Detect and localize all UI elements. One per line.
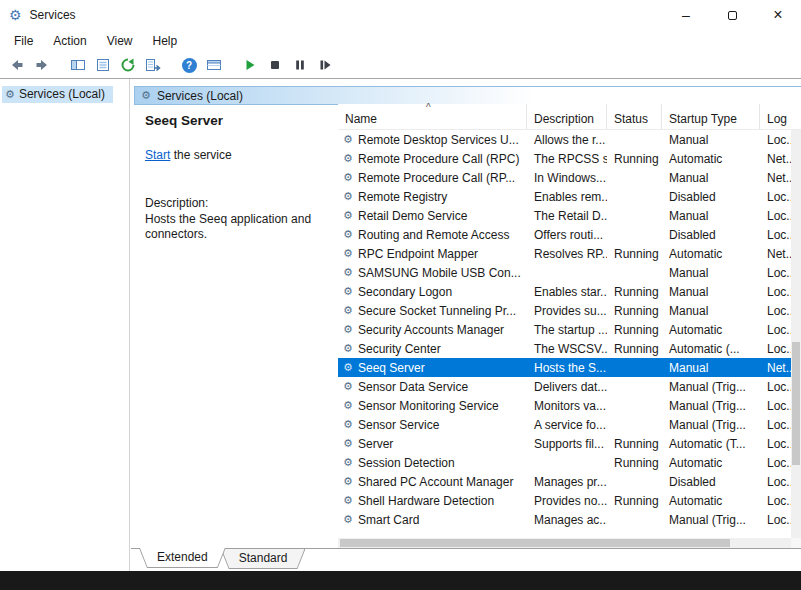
column-header-startup-type[interactable]: Startup Type [662, 104, 760, 129]
restart-service-button[interactable] [314, 54, 336, 76]
horizontal-scrollbar-thumb[interactable] [340, 539, 730, 547]
close-button[interactable]: × [755, 0, 801, 30]
export-list-button[interactable] [142, 54, 164, 76]
service-startup-type: Manual [662, 361, 760, 375]
table-row[interactable]: ⚙Secure Socket Tunneling Pr... Provides … [338, 301, 791, 320]
console-tree-pane: ⚙ Services (Local) [0, 79, 130, 571]
table-row[interactable]: ⚙Remote Desktop Services U... Allows the… [338, 130, 791, 149]
column-header-log-on-as[interactable]: Log [760, 104, 801, 129]
menu-action[interactable]: Action [43, 30, 96, 52]
service-name: Remote Procedure Call (RPC) [358, 152, 519, 166]
stop-service-button[interactable] [264, 54, 286, 76]
extended-view-button[interactable] [203, 54, 225, 76]
table-row[interactable]: ⚙Retail Demo Service The Retail D... Man… [338, 206, 791, 225]
menu-view[interactable]: View [97, 30, 143, 52]
back-button[interactable] [6, 54, 28, 76]
table-row[interactable]: ⚙Shared PC Account Manager Manages pr...… [338, 472, 791, 491]
table-row[interactable]: ⚙Remote Procedure Call (RPC) The RPCSS s… [338, 149, 791, 168]
service-startup-type: Manual (Trig... [662, 380, 760, 394]
refresh-icon [120, 57, 136, 73]
table-row[interactable]: ⚙Session Detection Running Automatic Loc… [338, 453, 791, 472]
pause-service-icon [292, 57, 308, 73]
help-button[interactable]: ? [178, 54, 200, 76]
service-name-cell: ⚙Sensor Service [338, 418, 527, 432]
table-row[interactable]: ⚙Server Supports fil... Running Automati… [338, 434, 791, 453]
table-row[interactable]: ⚙Routing and Remote Access Offers routi.… [338, 225, 791, 244]
main-pane: ⚙ Services (Local) Seeq Server Start the… [131, 79, 801, 548]
table-row[interactable]: ⚙Secondary Logon Enables star... Running… [338, 282, 791, 301]
maximize-button[interactable] [709, 0, 755, 30]
table-row[interactable]: ⚙Security Accounts Manager The startup .… [338, 320, 791, 339]
start-service-button[interactable] [239, 54, 261, 76]
table-row-selected[interactable]: ⚙Seeq Server Hosts the S... Manual Net..… [338, 358, 791, 377]
minimize-button[interactable]: – [663, 0, 709, 30]
service-startup-type: Automatic [662, 456, 760, 470]
start-service-link[interactable]: Start [145, 148, 170, 162]
service-name: Security Center [358, 342, 441, 356]
table-row[interactable]: ⚙Sensor Monitoring Service Monitors va..… [338, 396, 791, 415]
vertical-scrollbar-thumb[interactable] [792, 342, 800, 464]
service-name-cell: ⚙Sensor Data Service [338, 380, 527, 394]
service-log-on-as: Loc... [760, 456, 791, 470]
table-row[interactable]: ⚙Remote Registry Enables rem... Disabled… [338, 187, 791, 206]
service-name-cell: ⚙Shell Hardware Detection [338, 494, 527, 508]
menu-help[interactable]: Help [143, 30, 188, 52]
services-window: ⚙ Services – × File Action View Help [0, 0, 801, 571]
service-name-cell: ⚙Remote Desktop Services U... [338, 133, 527, 147]
service-startup-type: Automatic [662, 323, 760, 337]
table-row[interactable]: ⚙Remote Procedure Call (RP... In Windows… [338, 168, 791, 187]
tab-standard[interactable]: Standard [221, 549, 306, 569]
refresh-button[interactable] [117, 54, 139, 76]
scrollbar-corner [791, 538, 801, 548]
table-row[interactable]: ⚙Shell Hardware Detection Provides no...… [338, 491, 791, 510]
service-log-on-as: Loc... [760, 266, 791, 280]
service-status: Running [607, 456, 662, 470]
service-name-cell: ⚙Security Accounts Manager [338, 323, 527, 337]
services-local-header: ⚙ Services (Local) [134, 86, 801, 105]
table-row[interactable]: ⚙Smart Card Manages ac... Manual (Trig..… [338, 510, 791, 529]
properties-icon [95, 57, 111, 73]
service-gear-icon: ⚙ [341, 361, 355, 374]
show-hide-console-tree-button[interactable] [67, 54, 89, 76]
service-name: Secondary Logon [358, 285, 452, 299]
service-startup-type: Manual [662, 133, 760, 147]
horizontal-scrollbar[interactable] [338, 538, 791, 548]
properties-button[interactable] [92, 54, 114, 76]
tree-item-services-local[interactable]: ⚙ Services (Local) [2, 86, 113, 103]
table-row[interactable]: ⚙Sensor Data Service Delivers dat... Man… [338, 377, 791, 396]
list-rows: ⚙Remote Desktop Services U... Allows the… [338, 130, 791, 538]
service-status: Running [607, 285, 662, 299]
service-startup-type: Automatic [662, 152, 760, 166]
service-name-cell: ⚙Session Detection [338, 456, 527, 470]
pause-service-button[interactable] [289, 54, 311, 76]
window-title: Services [30, 8, 76, 22]
service-log-on-as: Loc... [760, 190, 791, 204]
service-name: Shell Hardware Detection [358, 494, 494, 508]
column-header-name[interactable]: Name [338, 104, 527, 129]
service-log-on-as: Loc... [760, 323, 791, 337]
tab-extended[interactable]: Extended [139, 548, 226, 568]
service-gear-icon: ⚙ [341, 456, 355, 469]
start-service-icon [242, 57, 258, 73]
table-row[interactable]: ⚙RPC Endpoint Mapper Resolves RP... Runn… [338, 244, 791, 263]
table-row[interactable]: ⚙SAMSUNG Mobile USB Con... Manual Loc... [338, 263, 791, 282]
service-gear-icon: ⚙ [341, 266, 355, 279]
service-name-cell: ⚙SAMSUNG Mobile USB Con... [338, 266, 527, 280]
menu-file[interactable]: File [4, 30, 43, 52]
column-header-status[interactable]: Status [607, 104, 662, 129]
service-name: Smart Card [358, 513, 419, 527]
forward-button[interactable] [31, 54, 53, 76]
service-action-line: Start the service [145, 148, 232, 162]
service-name: Remote Desktop Services U... [358, 133, 519, 147]
description-text: Hosts the Seeq application and connector… [145, 212, 313, 242]
service-startup-type: Disabled [662, 475, 760, 489]
service-log-on-as: Loc... [760, 380, 791, 394]
service-gear-icon: ⚙ [341, 209, 355, 222]
vertical-scrollbar[interactable] [791, 130, 801, 538]
service-gear-icon: ⚙ [341, 418, 355, 431]
column-header-description[interactable]: Description [527, 104, 607, 129]
table-row[interactable]: ⚙Sensor Service A service fo... Manual (… [338, 415, 791, 434]
service-gear-icon: ⚙ [341, 380, 355, 393]
table-row[interactable]: ⚙Security Center The WSCSV... Running Au… [338, 339, 791, 358]
sort-ascending-indicator: ^ [426, 102, 431, 113]
